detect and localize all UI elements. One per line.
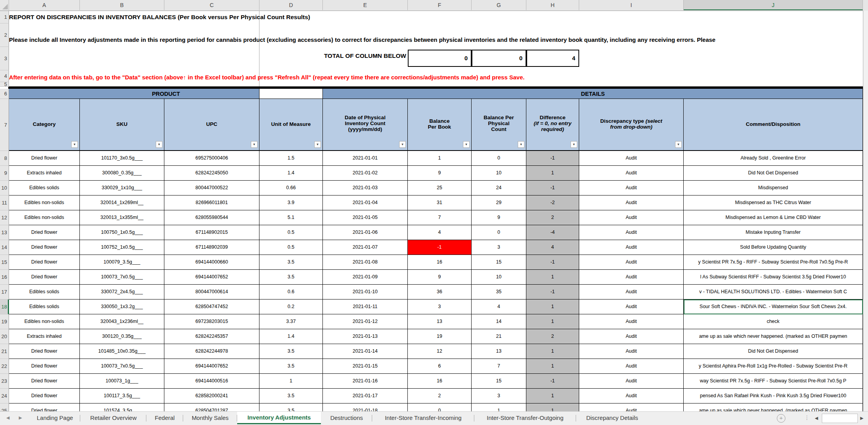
cell-date-17[interactable]: 2021-01-10 (323, 285, 408, 299)
cell-cat-11[interactable]: Edibles non-solids (9, 195, 80, 210)
cell-cmt-11[interactable]: Misdispensed as THC Citrus Water (684, 195, 863, 210)
cell-date-13[interactable]: 2021-01-06 (323, 225, 408, 240)
cell-date-25[interactable]: 2021-01-18 (323, 403, 408, 411)
row-header-18[interactable]: 18 (0, 299, 9, 314)
cell-diff-16[interactable]: 1 (526, 270, 579, 285)
column-header-C[interactable]: C (164, 0, 259, 10)
cell-uom-21[interactable]: 3.5 (259, 344, 323, 359)
cell-uom-23[interactable]: 1 (259, 374, 323, 389)
column-header-G[interactable]: G (472, 0, 526, 10)
cell-sku-22[interactable]: 100073_7x0.5g___ (80, 359, 164, 374)
cell-sku-15[interactable]: 100079_3.5g___ (80, 255, 164, 270)
cell-sku-19[interactable]: 320043_1x236ml__ (80, 314, 164, 329)
sheet-nav-right-icon[interactable]: ▶ (19, 415, 22, 420)
cell-upc-16[interactable]: 694144007652 (164, 270, 259, 285)
cell-uom-25[interactable]: 3.5 (259, 403, 323, 411)
cell-cat-17[interactable]: Edibles solids (9, 285, 80, 299)
cell-diff-9[interactable]: 1 (526, 166, 579, 181)
cell-diff-12[interactable]: 2 (526, 210, 579, 225)
cell-phys-25[interactable]: 1 (472, 403, 526, 411)
cell-book-20[interactable]: 19 (408, 329, 472, 344)
cell-upc-22[interactable]: 694144007652 (164, 359, 259, 374)
column-header-B[interactable]: B (80, 0, 164, 10)
cell-uom-24[interactable]: 3.5 (259, 389, 323, 403)
cell-book-17[interactable]: 36 (408, 285, 472, 299)
cell-cat-25[interactable]: Dried flower (9, 403, 80, 411)
cell-upc-17[interactable]: 800447000614 (164, 285, 259, 299)
column-header-H[interactable]: H (526, 0, 579, 10)
cell-phys-19[interactable]: 14 (472, 314, 526, 329)
cell-type-12[interactable]: Audit (579, 210, 684, 225)
cell-sku-11[interactable]: 320014_1x269ml__ (80, 195, 164, 210)
cell-upc-20[interactable]: 628242245357 (164, 329, 259, 344)
header-cell-date[interactable]: Date of Physical Inventory Count (yyyy/m… (323, 99, 408, 151)
cell-cmt-10[interactable]: Misdispensed (684, 181, 863, 195)
filter-dropdown-date[interactable]: ▼ (399, 141, 406, 148)
cell-book-23[interactable]: 16 (408, 374, 472, 389)
row-header-9[interactable]: 9 (0, 166, 9, 181)
row-header-13[interactable]: 13 (0, 225, 9, 240)
cell-sku-23[interactable]: 100073_1g___ (80, 374, 164, 389)
cell-phys-20[interactable]: 21 (472, 329, 526, 344)
cell-upc-10[interactable]: 800447000522 (164, 181, 259, 195)
cell-cat-24[interactable]: Dried flower (9, 389, 80, 403)
sheet-nav-left-icon[interactable]: ◀ (6, 415, 9, 420)
cell-sku-10[interactable]: 330029_1x10g___ (80, 181, 164, 195)
cell-upc-8[interactable]: 695275000406 (164, 151, 259, 166)
row-header-4[interactable]: 4 (0, 70, 9, 82)
cell-book-8[interactable]: 1 (408, 151, 472, 166)
sheet-tab-monthly-sales[interactable]: Monthly Sales (183, 412, 238, 424)
cell-upc-11[interactable]: 826966011801 (164, 195, 259, 210)
cell-cat-23[interactable]: Dried flower (9, 374, 80, 389)
cell-diff-19[interactable]: 1 (526, 314, 579, 329)
cell-book-10[interactable]: 25 (408, 181, 472, 195)
column-header-E[interactable]: E (323, 0, 408, 10)
cell-cat-14[interactable]: Dried flower (9, 240, 80, 255)
cell-diff-14[interactable]: 4 (526, 240, 579, 255)
cell-sku-21[interactable]: 101485_10x0.35g___ (80, 344, 164, 359)
cell-type-14[interactable]: Audit (579, 240, 684, 255)
cell-cat-16[interactable]: Dried flower (9, 270, 80, 285)
cell-diff-13[interactable]: -4 (526, 225, 579, 240)
cell-date-16[interactable]: 2021-01-09 (323, 270, 408, 285)
cell-type-10[interactable]: Audit (579, 181, 684, 195)
cell-phys-13[interactable]: 0 (472, 225, 526, 240)
column-header-I[interactable]: I (579, 0, 684, 10)
row-header-25[interactable]: 25 (0, 403, 9, 411)
cell-uom-8[interactable]: 1.5 (259, 151, 323, 166)
cell-date-9[interactable]: 2021-01-02 (323, 166, 408, 181)
row-header-17[interactable]: 17 (0, 285, 9, 299)
cell-sku-8[interactable]: 101170_3x0.5g___ (80, 151, 164, 166)
cell-type-15[interactable]: Audit (579, 255, 684, 270)
cell-phys-21[interactable]: 13 (472, 344, 526, 359)
cell-upc-19[interactable]: 697238203015 (164, 314, 259, 329)
cell-phys-24[interactable]: 3 (472, 389, 526, 403)
cell-uom-14[interactable]: 0.5 (259, 240, 323, 255)
row-header-22[interactable]: 22 (0, 359, 9, 374)
cell-phys-8[interactable]: 0 (472, 151, 526, 166)
sheet-tab-destructions[interactable]: Destructions (321, 412, 372, 424)
cell-cmt-12[interactable]: Misdispensed as Lemon & Lime CBD Water (684, 210, 863, 225)
cell-cat-10[interactable]: Edibles solids (9, 181, 80, 195)
select-all-corner[interactable] (0, 0, 9, 10)
cell-phys-22[interactable]: 7 (472, 359, 526, 374)
column-header-F[interactable]: F (408, 0, 472, 10)
cell-uom-15[interactable]: 3.5 (259, 255, 323, 270)
cell-book-21[interactable]: 12 (408, 344, 472, 359)
cell-uom-17[interactable]: 0.6 (259, 285, 323, 299)
row-header-7[interactable]: 7 (0, 99, 9, 151)
hscroll-right-icon[interactable]: ▶ (860, 416, 863, 421)
filter-dropdown-book[interactable]: ▼ (463, 141, 470, 148)
sheet-tab-inter-store-transfer-outgoing[interactable]: Inter-Store Transfer-Outgoing (474, 412, 576, 424)
cell-type-19[interactable]: Audit (579, 314, 684, 329)
cell-upc-9[interactable]: 628242245050 (164, 166, 259, 181)
filter-dropdown-cat[interactable]: ▼ (71, 141, 78, 148)
header-cell-type[interactable]: Discrepancy type (select from drop-down)… (579, 99, 684, 151)
cell-upc-21[interactable]: 628242244978 (164, 344, 259, 359)
cell-phys-23[interactable]: 15 (472, 374, 526, 389)
header-cell-cat[interactable]: Category▼ (9, 99, 80, 151)
cell-cat-18[interactable]: Edibles solids (9, 299, 80, 314)
cell-uom-13[interactable]: 0.5 (259, 225, 323, 240)
cell-date-12[interactable]: 2021-01-05 (323, 210, 408, 225)
cell-upc-15[interactable]: 694144000660 (164, 255, 259, 270)
